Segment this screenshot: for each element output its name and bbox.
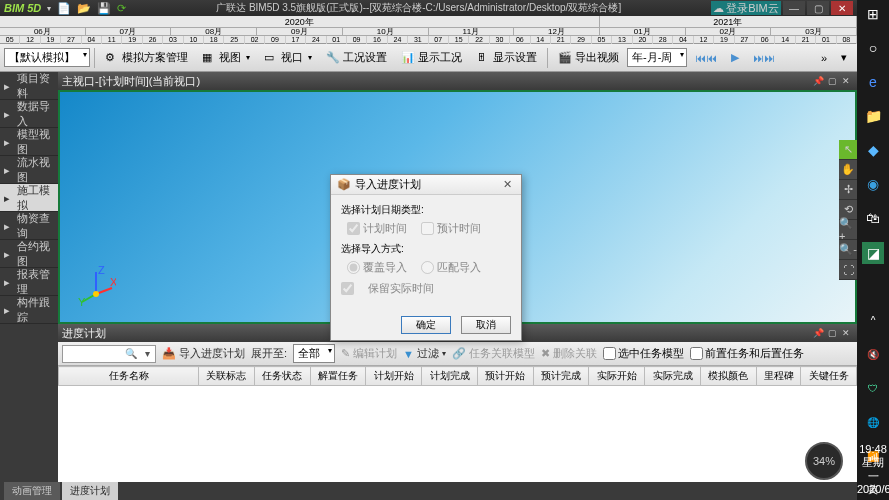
box-icon: 📦: [337, 178, 351, 192]
pin-icon[interactable]: 📌: [811, 74, 825, 88]
display-icon: 🎚: [476, 51, 490, 65]
search-box[interactable]: 🔍 ▾: [62, 345, 156, 363]
fit-tool-icon[interactable]: ⛶: [839, 260, 857, 280]
model-icon: ▸: [4, 136, 14, 148]
play-button[interactable]: ▶: [725, 48, 745, 67]
overwrite-option[interactable]: 覆盖导入: [347, 260, 407, 275]
dropdown-icon[interactable]: ▾: [47, 4, 51, 13]
del-assoc-button[interactable]: ✖删除关联: [541, 346, 597, 361]
grid-header-row: 任务名称关联标志任务状态解置任务计划开始计划完成预计开始预计完成实际开始实际完成…: [59, 367, 857, 386]
chk-selected-model[interactable]: 选中任务模型: [603, 346, 684, 361]
sim-icon: ▸: [4, 192, 14, 204]
date-type-label: 选择计划日期类型:: [341, 203, 511, 217]
assoc-model-button[interactable]: 🔗任务关联模型: [452, 346, 535, 361]
keep-actual-option[interactable]: 保留实际时间: [341, 281, 511, 296]
svg-text:Y: Y: [78, 296, 86, 306]
task-grid[interactable]: 任务名称关联标志任务状态解置任务计划开始计划完成预计开始预计完成实际开始实际完成…: [58, 366, 857, 482]
wrench-icon: 🔧: [326, 51, 340, 65]
search-input[interactable]: [63, 348, 123, 359]
panel-max-icon[interactable]: ▢: [825, 74, 839, 88]
save-icon[interactable]: 💾: [97, 2, 111, 15]
search-icon[interactable]: 🔍: [123, 348, 139, 359]
import-icon: 📥: [162, 347, 176, 360]
explorer-icon[interactable]: 📁: [863, 106, 883, 126]
sim-plan-button[interactable]: ⚙模拟方案管理: [99, 47, 194, 68]
view-button[interactable]: ▦视图▾: [196, 47, 256, 68]
close-button[interactable]: ✕: [831, 1, 853, 15]
maximize-button[interactable]: ▢: [807, 1, 829, 15]
dialog-close-button[interactable]: ✕: [499, 177, 515, 193]
windows-taskbar: ⊞ ○ e 📁 ◆ ◉ 🛍 ◪ ^ 🔇 🛡 🌐 📶 英 19:48 星期一 20…: [857, 0, 889, 500]
tab-progress[interactable]: 进度计划: [62, 482, 118, 500]
app1-icon[interactable]: ◆: [863, 140, 883, 160]
date-mode-select[interactable]: 年-月-周: [627, 48, 687, 67]
sidebar-item-合约视图[interactable]: ▸合约视图: [0, 240, 58, 268]
filter-button[interactable]: ▼过滤▾: [403, 346, 446, 361]
cortana-icon[interactable]: ○: [863, 38, 883, 58]
volume-mute-icon[interactable]: 🔇: [863, 344, 883, 364]
performance-gauge[interactable]: 34%: [805, 442, 843, 480]
sim-mode-select[interactable]: 【默认模拟】: [4, 48, 90, 67]
edge-icon[interactable]: e: [863, 72, 883, 92]
arrow-tool-icon[interactable]: ↖: [839, 140, 857, 160]
timeline-ruler[interactable]: 2020年2021年 06月07月08月09月10月11月12月01月02月03…: [0, 16, 857, 44]
panel-close-icon[interactable]: ✕: [839, 326, 853, 340]
panel-max-icon[interactable]: ▢: [825, 326, 839, 340]
dialog-title: 导入进度计划: [355, 177, 421, 192]
sidebar-item-数据导入[interactable]: ▸数据导入: [0, 100, 58, 128]
expand-icon[interactable]: »: [815, 49, 833, 67]
panel-close-icon[interactable]: ✕: [839, 74, 853, 88]
axis-gizmo-icon: Z X Y: [76, 266, 116, 306]
dialog-titlebar[interactable]: 📦 导入进度计划 ✕: [331, 175, 521, 195]
sidebar-item-项目资料[interactable]: ▸项目资料: [0, 72, 58, 100]
sidebar-item-流水视图[interactable]: ▸流水视图: [0, 156, 58, 184]
target-tool-icon[interactable]: ✢: [839, 180, 857, 200]
network-icon[interactable]: 🌐: [863, 412, 883, 432]
timeline-months: 06月07月08月09月10月11月12月01月02月03月: [0, 28, 857, 36]
store-icon[interactable]: 🛍: [863, 208, 883, 228]
zoomin-tool-icon[interactable]: 🔍+: [839, 220, 857, 240]
display-settings-button[interactable]: 🎚显示设置: [470, 47, 543, 68]
edit-plan-button[interactable]: ✎编辑计划: [341, 346, 397, 361]
rewind-button[interactable]: ⏮⏮: [689, 49, 723, 67]
import-progress-button[interactable]: 📥导入进度计划: [162, 346, 245, 361]
condition-button[interactable]: 🔧工况设置: [320, 47, 393, 68]
link-icon: 🔗: [452, 347, 466, 360]
cancel-button[interactable]: 取消: [461, 316, 511, 334]
plan-time-option[interactable]: 计划时间: [347, 221, 407, 236]
sidebar-item-模型视图[interactable]: ▸模型视图: [0, 128, 58, 156]
ok-button[interactable]: 确定: [401, 316, 451, 334]
tray-up-icon[interactable]: ^: [863, 310, 883, 330]
shield-icon[interactable]: 🛡: [863, 378, 883, 398]
forward-button[interactable]: ⏭⏭: [747, 49, 781, 67]
cloud-login-button[interactable]: ☁登录BIM云: [711, 1, 781, 15]
svg-text:X: X: [110, 276, 116, 288]
app3-icon[interactable]: ◪: [862, 242, 884, 264]
refresh-icon[interactable]: ⟳: [117, 2, 126, 15]
minimize-button[interactable]: —: [783, 1, 805, 15]
sidebar-item-施工模拟[interactable]: ▸施工模拟: [0, 184, 58, 212]
open-icon[interactable]: 📂: [77, 2, 91, 15]
search-down-icon[interactable]: ▾: [139, 348, 155, 359]
app2-icon[interactable]: ◉: [863, 174, 883, 194]
system-clock[interactable]: 19:48 星期一 2020/6/8: [857, 443, 889, 496]
show-condition-button[interactable]: 📊显示工况: [395, 47, 468, 68]
chk-pre-post[interactable]: 前置任务和后置任务: [690, 346, 804, 361]
unlink-icon: ✖: [541, 347, 550, 360]
tab-animation[interactable]: 动画管理: [4, 482, 60, 500]
sidebar-item-构件跟踪[interactable]: ▸构件跟踪: [0, 296, 58, 324]
gear-icon: ⚙: [105, 51, 119, 65]
zoomout-tool-icon[interactable]: 🔍-: [839, 240, 857, 260]
export-video-button[interactable]: 🎬导出视频: [552, 47, 625, 68]
win-start-icon[interactable]: ⊞: [863, 4, 883, 24]
viewport-button[interactable]: ▭视口▾: [258, 47, 318, 68]
match-option[interactable]: 匹配导入: [421, 260, 481, 275]
est-time-option[interactable]: 预计时间: [421, 221, 481, 236]
expand-select[interactable]: 全部: [293, 344, 335, 363]
menu-icon[interactable]: ▾: [835, 48, 853, 67]
sidebar-item-报表管理[interactable]: ▸报表管理: [0, 268, 58, 296]
hand-tool-icon[interactable]: ✋: [839, 160, 857, 180]
file-icon[interactable]: 📄: [57, 2, 71, 15]
pin-icon[interactable]: 📌: [811, 326, 825, 340]
sidebar-item-物资查询[interactable]: ▸物资查询: [0, 212, 58, 240]
